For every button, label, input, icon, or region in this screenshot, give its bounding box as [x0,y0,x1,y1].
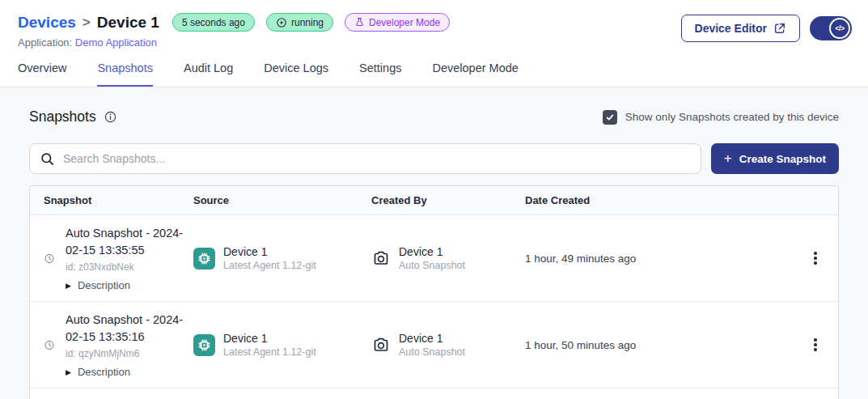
camera-icon [371,248,391,268]
search-icon [40,151,55,167]
clock-icon [44,252,55,265]
triangle-icon: ▶ [66,282,71,290]
top-bar: Devices > Device 1 5 seconds ago running [0,0,868,49]
clock-icon [44,338,55,352]
breadcrumb-devices-link[interactable]: Devices [18,14,76,32]
application-line: Application: Demo Application [18,36,450,49]
create-snapshot-button[interactable]: + Create Snapshot [711,143,839,174]
column-header-snapshot: Snapshot [30,194,193,206]
column-header-actions [793,194,838,206]
running-status-badge: running [266,13,333,32]
plus-icon: + [724,151,732,167]
tab-bar: Overview Snapshots Audit Log Device Logs… [0,49,868,87]
breadcrumb-separator: > [83,15,91,31]
header-actions: Device Editor </> [681,13,852,42]
snapshots-table: Snapshot Source Created By Date Created … [29,185,839,399]
last-seen-badge: 5 seconds ago [172,13,255,32]
created-by-type: Auto Snapshot [399,346,465,358]
tab-snapshots[interactable]: Snapshots [97,62,153,87]
kebab-menu-icon[interactable] [809,247,822,270]
date-created: 1 hour, 49 minutes ago [525,253,793,265]
application-name-link[interactable]: Demo Application [75,36,157,49]
table-row: Auto Snapshot - 2024-02-15 13:35:55 id: … [30,215,838,302]
header-left: Devices > Device 1 5 seconds ago running [18,13,450,49]
created-by-type: Auto Snapshot [399,260,465,271]
tab-settings[interactable]: Settings [359,62,401,87]
source-agent-version: Latest Agent 1.12-git [223,346,316,358]
external-link-icon [773,22,786,35]
column-header-created-by: Created By [371,194,525,206]
filter-checkbox[interactable] [603,110,617,125]
tab-developer-mode[interactable]: Developer Mode [432,62,518,87]
snapshot-title: Auto Snapshot - 2024-02-15 13:35:55 [66,225,193,259]
snapshot-title: Auto Snapshot - 2024-02-15 13:35:16 [66,312,193,346]
tab-overview[interactable]: Overview [18,62,66,87]
column-header-date-created: Date Created [525,194,793,206]
page-title: Snapshots [29,108,96,125]
flask-icon [354,17,365,28]
snapshot-id: id: qzyNmMjNm6 [66,348,193,359]
source-agent-version: Latest Agent 1.12-git [223,260,316,271]
table-row: Auto Snapshot - 2024-02-15 13:35:16 id: … [30,302,838,388]
play-circle-icon [276,17,287,28]
created-by-name: Device 1 [399,245,465,258]
breadcrumb-current-device: Device 1 [97,14,159,32]
description-toggle[interactable]: ▶ Description [66,366,193,378]
tab-audit-log[interactable]: Audit Log [184,62,233,87]
camera-icon [371,335,391,354]
developer-mode-badge: Developer Mode [345,13,450,32]
breadcrumb: Devices > Device 1 5 seconds ago running [18,13,450,32]
tab-device-logs[interactable]: Device Logs [264,62,328,87]
search-input[interactable] [63,152,691,165]
table-row-partial [30,388,838,399]
device-editor-button[interactable]: Device Editor [681,15,800,42]
column-header-source: Source [193,194,371,206]
developer-mode-toggle[interactable]: </> [810,16,852,40]
created-by-name: Device 1 [399,332,465,345]
application-label: Application: [18,36,72,49]
search-box [29,143,701,174]
main-content: Snapshots Show only Snapshots created by… [0,108,868,399]
date-created: 1 hour, 50 minutes ago [525,339,793,351]
status-badges: 5 seconds ago running Developer Mode [172,13,450,32]
info-icon[interactable] [104,110,117,124]
snapshot-id: id: z03NxdbNek [66,261,193,273]
triangle-icon: ▶ [66,368,71,376]
checkbox-check-icon [605,112,615,122]
filter-checkbox-label[interactable]: Show only Snapshots created by this devi… [625,111,839,123]
description-toggle[interactable]: ▶ Description [66,279,193,291]
chip-icon [193,248,215,270]
table-header-row: Snapshot Source Created By Date Created [30,186,838,215]
kebab-menu-icon[interactable] [809,333,822,356]
chip-icon [193,334,215,356]
source-device-name: Device 1 [223,332,316,345]
code-toggle-icon: </> [829,18,850,39]
source-device-name: Device 1 [223,245,316,258]
